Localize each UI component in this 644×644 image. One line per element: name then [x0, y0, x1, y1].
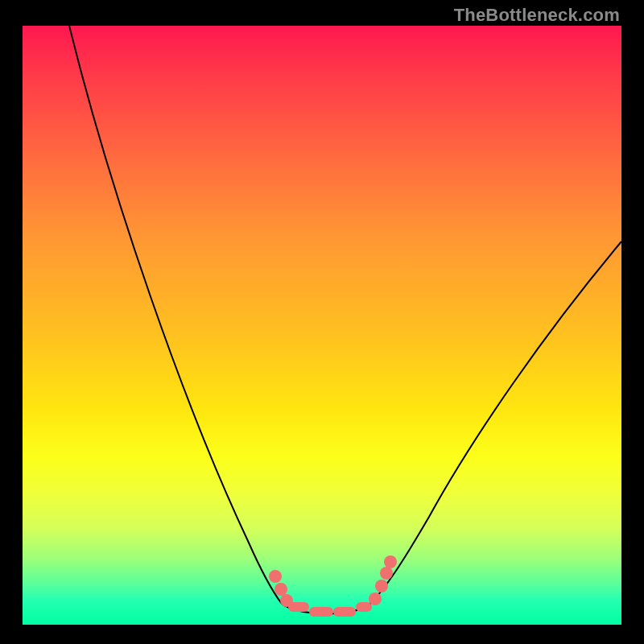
chart-plot-area	[23, 26, 621, 625]
marker-dot	[269, 570, 282, 583]
bottleneck-curve	[23, 26, 621, 625]
marker-dot	[380, 567, 393, 580]
curve-right-branch	[369, 242, 621, 605]
curve-left-branch	[69, 26, 282, 604]
marker-segment	[333, 607, 356, 617]
marker-dot	[375, 580, 388, 592]
marker-segment	[356, 602, 372, 612]
marker-segment	[288, 602, 309, 612]
attribution-text: TheBottleneck.com	[454, 5, 620, 26]
marker-dot	[384, 555, 397, 568]
marker-dot	[369, 592, 382, 605]
marker-segment	[309, 607, 333, 617]
